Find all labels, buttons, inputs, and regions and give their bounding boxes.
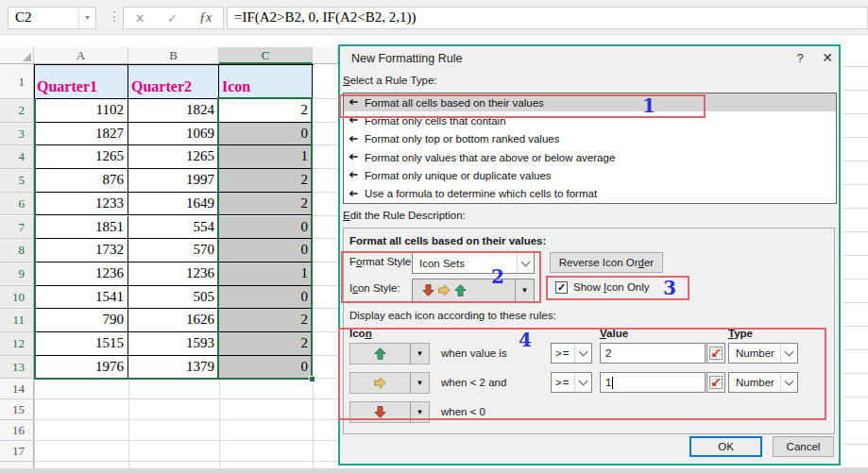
row-header-3[interactable]: 3 [0,123,34,146]
row-header-8[interactable]: 8 [0,239,34,262]
cell-B7[interactable]: 554 [128,216,219,240]
row-header-11[interactable]: 11 [0,309,34,332]
gridline [34,461,338,462]
ok-button[interactable]: OK [689,436,762,457]
cell-C11[interactable]: 2 [219,309,313,332]
row-header-10[interactable]: 10 [0,286,34,310]
fill-handle[interactable] [309,376,315,381]
row-header-2[interactable]: 2 [0,99,34,123]
name-box[interactable]: C2 ▼ [8,7,96,29]
cell-B8[interactable]: 570 [128,239,219,262]
gridline [842,66,868,67]
close-icon[interactable]: ✕ [818,50,837,65]
rule-type-item-3[interactable]: Format only values that are above or bel… [344,148,836,166]
cell-A11[interactable]: 790 [34,309,128,332]
row-header-1[interactable]: 1 [0,64,34,99]
cell-A7[interactable]: 1851 [34,216,128,240]
cell-C1[interactable]: Icon [219,64,313,99]
cancel-entry-icon[interactable]: ✕ [135,11,145,25]
cell-B10[interactable]: 505 [128,286,219,310]
gridline [313,98,338,99]
rule-type-label: Use a formula to determine which cells t… [365,188,597,199]
cell-C4[interactable]: 1 [219,145,313,169]
row-header-12[interactable]: 12 [0,332,34,356]
gridline [313,122,338,123]
cell-A2[interactable]: 1102 [34,99,128,123]
cell-C9[interactable]: 1 [219,262,313,286]
gridline [842,444,868,445]
rule-type-item-4[interactable]: Format only unique or duplicate values [344,166,836,184]
gridline [842,373,868,374]
cancel-button[interactable]: Cancel [773,436,834,457]
select-all-corner[interactable] [0,47,34,64]
column-header-C[interactable]: C [219,47,313,64]
annotation-number-4: 4 [519,329,532,351]
column-header-sliver[interactable] [313,47,338,64]
help-icon[interactable]: ? [791,51,808,65]
gridline [313,215,338,216]
rule-bullet-icon [349,171,359,179]
cell-B12[interactable]: 1593 [128,332,219,356]
name-box-dropdown-icon[interactable]: ▼ [78,8,95,28]
cell-B2[interactable]: 1824 [128,99,219,123]
cell-A13[interactable]: 1976 [34,356,128,380]
rule-type-item-5[interactable]: Use a formula to determine which cells t… [344,185,836,203]
cell-A9[interactable]: 1236 [34,262,128,286]
cell-C2[interactable]: 2 [219,99,313,123]
cell-B1[interactable]: Quarter2 [128,64,219,99]
insert-function-icon[interactable]: ƒx [199,10,212,25]
gridline [842,184,868,185]
enter-entry-icon[interactable]: ✓ [167,11,178,25]
rule-bullet-icon [349,135,359,144]
row-header-14[interactable]: 14 [0,379,34,399]
cell-A6[interactable]: 1233 [34,193,128,216]
gridline [842,90,868,91]
column-header-B[interactable]: B [128,47,219,64]
row-header-16[interactable]: 16 [0,420,34,441]
annotation-box-4 [338,328,826,420]
row-header-4[interactable]: 4 [0,145,34,169]
row-header-13[interactable]: 13 [0,356,34,380]
cell-B4[interactable]: 1265 [128,145,219,169]
gridline [313,378,338,379]
cell-A1[interactable]: Quarter1 [34,64,128,99]
row-header-17[interactable]: 17 [0,441,34,462]
gridline [842,397,868,398]
cell-C7[interactable]: 0 [219,216,313,240]
formula-input[interactable]: =IF(A2>B2, 0, IF(A2<B2, 2,1)) [227,7,868,29]
cell-B11[interactable]: 1626 [128,309,219,332]
cell-C5[interactable]: 2 [219,169,313,193]
cell-B6[interactable]: 1649 [128,193,219,216]
section-title: Format all cells based on their values: [349,235,546,246]
cell-A3[interactable]: 1827 [34,123,128,146]
row-header-7[interactable]: 7 [0,216,34,240]
cell-C10[interactable]: 0 [219,286,313,310]
rule-type-label: Format only unique or duplicate values [365,170,552,181]
rule-type-item-2[interactable]: Format only top or bottom ranked values [344,130,836,148]
row-header-5[interactable]: 5 [0,169,34,193]
cell-C8[interactable]: 0 [219,239,313,262]
column-header-A[interactable]: A [34,47,128,64]
cell-B5[interactable]: 1997 [128,169,219,193]
annotation-number-2: 2 [491,265,504,288]
cell-A5[interactable]: 876 [34,169,128,193]
cell-C13[interactable]: 0 [219,356,313,380]
cell-C3[interactable]: 0 [219,123,313,146]
cell-C6[interactable]: 2 [219,193,313,216]
row-header-15[interactable]: 15 [0,399,34,420]
row-header-9[interactable]: 9 [0,262,34,286]
gridline [842,255,868,256]
cell-A4[interactable]: 1265 [34,145,128,169]
gridline [34,380,35,468]
reverse-icon-order-button[interactable]: Reverse Icon Order [550,252,663,273]
cell-B3[interactable]: 1069 [128,123,219,146]
gridline [313,192,338,193]
cell-B9[interactable]: 1236 [128,262,219,286]
cell-C12[interactable]: 2 [219,332,313,356]
row-header-6[interactable]: 6 [0,193,34,216]
cell-A8[interactable]: 1732 [34,239,128,262]
cell-B13[interactable]: 1379 [128,356,219,380]
gridline [842,279,868,279]
cell-A10[interactable]: 1541 [34,286,128,310]
cell-A12[interactable]: 1515 [34,332,128,356]
